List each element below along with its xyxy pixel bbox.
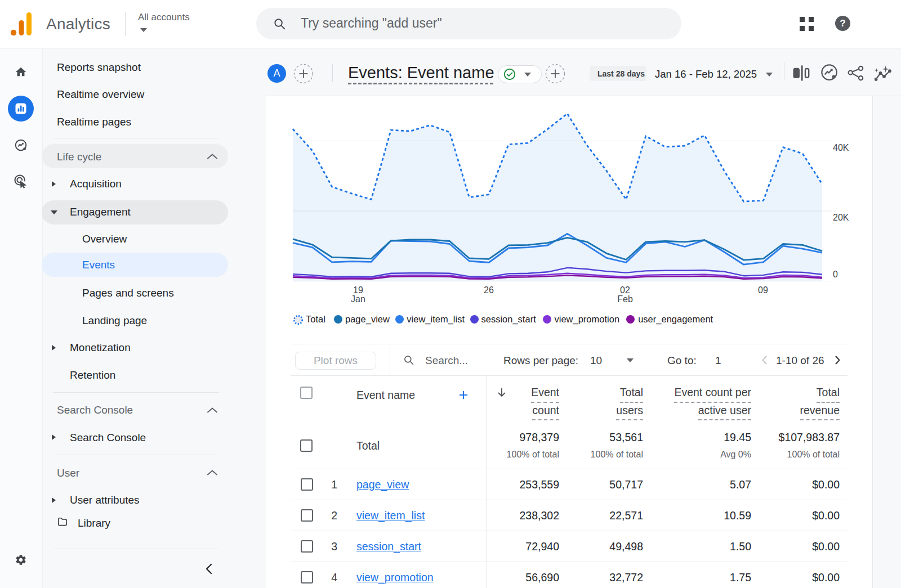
svg-text:02: 02 — [620, 285, 630, 295]
svg-text:40K: 40K — [833, 143, 849, 152]
svg-text:26: 26 — [484, 285, 494, 295]
svg-text:Jan: Jan — [351, 294, 365, 304]
svg-text:19: 19 — [353, 285, 363, 295]
svg-text:20K: 20K — [833, 213, 849, 222]
svg-text:09: 09 — [758, 285, 768, 295]
svg-text:Feb: Feb — [617, 294, 633, 304]
svg-text:0: 0 — [833, 270, 838, 279]
